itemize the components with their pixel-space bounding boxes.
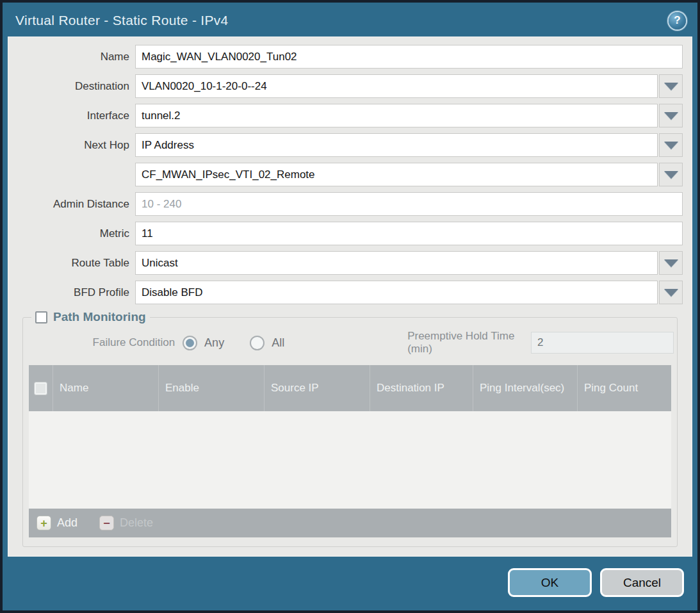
column-header-ping-count[interactable]: Ping Count (577, 365, 671, 411)
column-header-ping-interval[interactable]: Ping Interval(sec) (473, 365, 577, 411)
next-hop-address-input[interactable] (135, 163, 658, 186)
preemptive-hold-time-input[interactable] (531, 332, 674, 354)
column-header-source-ip[interactable]: Source IP (264, 365, 370, 411)
ok-button[interactable]: OK (508, 568, 592, 597)
column-header-name[interactable]: Name (53, 365, 158, 411)
interface-label: Interface (8, 110, 135, 122)
chevron-down-icon (664, 289, 678, 297)
bfd-profile-input[interactable] (135, 281, 658, 304)
add-button-label: Add (57, 516, 77, 530)
radio-any-icon[interactable] (183, 336, 197, 350)
name-label: Name (8, 51, 135, 63)
route-table-input[interactable] (135, 251, 658, 275)
radio-all-label: All (272, 336, 284, 350)
table-body-empty (29, 411, 671, 509)
chevron-down-icon (664, 142, 678, 149)
path-monitoring-table: Name Enable Source IP Destination IP Pin… (29, 365, 671, 537)
dialog-title: Virtual Router - Static Route - IPv4 (15, 13, 229, 28)
minus-icon: − (99, 516, 114, 530)
chevron-down-icon (664, 83, 678, 90)
plus-icon: + (37, 516, 51, 530)
static-route-dialog: Virtual Router - Static Route - IPv4 ? N… (0, 0, 700, 613)
failure-condition-row: Failure Condition Any All Preemptive Hol… (26, 331, 674, 355)
route-table-dropdown-button[interactable] (659, 251, 683, 275)
next-hop-label: Next Hop (8, 139, 135, 152)
table-footer-bar: + Add − Delete (29, 509, 671, 537)
destination-input[interactable] (135, 74, 658, 98)
metric-label: Metric (8, 227, 135, 240)
interface-input[interactable] (135, 104, 658, 127)
dialog-content-panel: Name Destination Interface (8, 37, 692, 557)
path-monitoring-checkbox[interactable] (35, 311, 47, 323)
name-input[interactable] (135, 45, 683, 69)
add-button[interactable]: + Add (37, 516, 77, 530)
admin-distance-row: Admin Distance (8, 192, 683, 216)
header-checkbox-cell (29, 365, 53, 411)
cancel-button[interactable]: Cancel (600, 568, 684, 597)
bfd-profile-row: BFD Profile (8, 281, 683, 304)
next-hop-type-dropdown-button[interactable] (659, 133, 683, 157)
next-hop-row: Next Hop (8, 133, 683, 157)
interface-dropdown-button[interactable] (659, 104, 683, 127)
next-hop-address-row (8, 163, 683, 186)
select-all-checkbox[interactable] (34, 382, 47, 395)
route-table-label: Route Table (8, 257, 135, 270)
chevron-down-icon (664, 171, 678, 179)
failure-condition-all-option[interactable]: All (250, 336, 284, 350)
interface-row: Interface (8, 104, 683, 127)
path-monitoring-legend: Path Monitoring (31, 310, 150, 324)
name-row: Name (8, 45, 683, 69)
metric-input[interactable] (135, 222, 683, 245)
bfd-profile-dropdown-button[interactable] (659, 281, 683, 304)
failure-condition-any-option[interactable]: Any (183, 336, 224, 350)
path-monitoring-title: Path Monitoring (53, 310, 146, 324)
chevron-down-icon (664, 259, 678, 267)
chevron-down-icon (664, 112, 678, 120)
next-hop-address-dropdown-button[interactable] (659, 163, 683, 186)
metric-row: Metric (8, 222, 683, 245)
column-header-enable[interactable]: Enable (158, 365, 264, 411)
next-hop-type-input[interactable] (135, 133, 658, 157)
preemptive-hold-time-label: Preemptive Hold Time (min) (407, 330, 531, 356)
column-header-destination-ip[interactable]: Destination IP (370, 365, 473, 411)
destination-dropdown-button[interactable] (659, 74, 683, 98)
admin-distance-label: Admin Distance (8, 198, 135, 211)
table-header-row: Name Enable Source IP Destination IP Pin… (29, 365, 671, 411)
radio-any-label: Any (204, 336, 224, 350)
help-icon[interactable]: ? (669, 12, 686, 29)
dialog-action-bar: OK Cancel (508, 568, 684, 597)
delete-button-label: Delete (120, 516, 153, 530)
destination-label: Destination (8, 80, 135, 93)
admin-distance-input[interactable] (135, 192, 683, 216)
route-table-row: Route Table (8, 251, 683, 275)
delete-button[interactable]: − Delete (99, 516, 153, 530)
failure-condition-label: Failure Condition (26, 336, 183, 349)
radio-all-icon[interactable] (250, 336, 265, 350)
dialog-titlebar: Virtual Router - Static Route - IPv4 ? (5, 6, 695, 35)
destination-row: Destination (8, 74, 683, 98)
bfd-profile-label: BFD Profile (8, 286, 135, 299)
path-monitoring-section: Path Monitoring Failure Condition Any Al… (22, 317, 678, 547)
